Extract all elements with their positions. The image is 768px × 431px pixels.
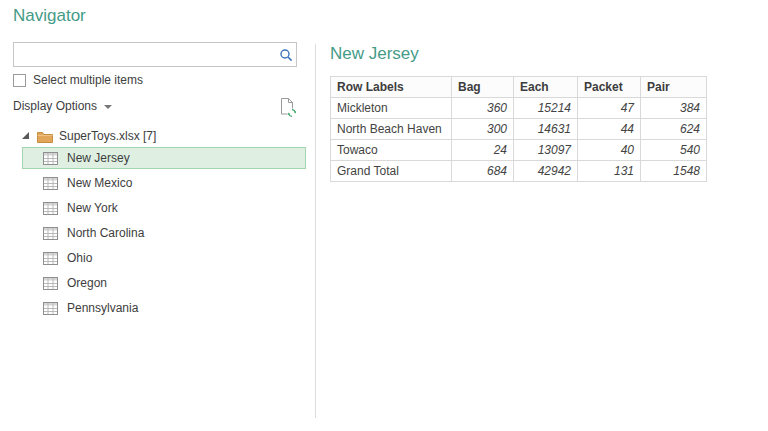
value-cell: 1548 bbox=[641, 161, 707, 182]
tree-item-label: North Carolina bbox=[67, 226, 144, 240]
worksheet-grid-icon bbox=[43, 202, 58, 215]
tree-item-label: New Mexico bbox=[67, 176, 132, 190]
preview-table-head-row: Row LabelsBagEachPacketPair bbox=[331, 77, 707, 98]
expand-triangle-icon[interactable] bbox=[22, 132, 30, 140]
tree-item-label: Pennsylvania bbox=[67, 301, 138, 315]
value-cell: 47 bbox=[578, 98, 641, 119]
value-cell: 42942 bbox=[514, 161, 578, 182]
tree-item-label: Oregon bbox=[67, 276, 107, 290]
value-cell: 24 bbox=[452, 140, 514, 161]
tree-item-label: Ohio bbox=[67, 251, 92, 265]
value-cell: 300 bbox=[452, 119, 514, 140]
select-multiple-checkbox[interactable] bbox=[13, 74, 26, 87]
value-cell: 44 bbox=[578, 119, 641, 140]
row-label-cell: Towaco bbox=[331, 140, 452, 161]
column-header: Pair bbox=[641, 77, 707, 98]
value-cell: 14631 bbox=[514, 119, 578, 140]
tree-item-oregon[interactable]: Oregon bbox=[22, 272, 306, 294]
tree-item-pennsylvania[interactable]: Pennsylvania bbox=[22, 297, 306, 319]
table-row: Grand Total684429421311548 bbox=[331, 161, 707, 182]
row-label-cell: North Beach Haven bbox=[331, 119, 452, 140]
column-header: Bag bbox=[452, 77, 514, 98]
search-input[interactable] bbox=[14, 43, 276, 66]
worksheet-grid-icon bbox=[43, 252, 58, 265]
select-multiple-row[interactable]: Select multiple items bbox=[13, 73, 143, 87]
preview-title: New Jersey bbox=[330, 44, 419, 64]
chevron-down-icon bbox=[104, 105, 112, 109]
tree-item-ohio[interactable]: Ohio bbox=[22, 247, 306, 269]
tree-item-new-york[interactable]: New York bbox=[22, 197, 306, 219]
display-options-dropdown[interactable]: Display Options bbox=[13, 99, 112, 113]
table-row: Towaco241309740540 bbox=[331, 140, 707, 161]
page-title: Navigator bbox=[13, 6, 86, 26]
panel-divider bbox=[315, 44, 316, 418]
preview-table-body: Mickleton3601521447384North Beach Haven3… bbox=[331, 98, 707, 182]
tree-root-workbook[interactable]: SuperToys.xlsx [7] bbox=[22, 126, 156, 146]
value-cell: 684 bbox=[452, 161, 514, 182]
workbook-label: SuperToys.xlsx [7] bbox=[59, 129, 156, 143]
worksheet-grid-icon bbox=[43, 152, 58, 165]
value-cell: 13097 bbox=[514, 140, 578, 161]
tree-item-north-carolina[interactable]: North Carolina bbox=[22, 222, 306, 244]
value-cell: 40 bbox=[578, 140, 641, 161]
value-cell: 624 bbox=[641, 119, 707, 140]
worksheet-grid-icon bbox=[43, 227, 58, 240]
worksheet-grid-icon bbox=[43, 277, 58, 290]
search-box[interactable] bbox=[13, 42, 297, 67]
column-header: Each bbox=[514, 77, 578, 98]
refresh-preview-button[interactable] bbox=[278, 95, 298, 119]
tree-item-label: New Jersey bbox=[67, 151, 130, 165]
row-label-cell: Grand Total bbox=[331, 161, 452, 182]
tree-item-new-jersey[interactable]: New Jersey bbox=[22, 147, 306, 169]
column-header: Packet bbox=[578, 77, 641, 98]
folder-icon bbox=[37, 130, 53, 143]
search-icon[interactable] bbox=[276, 43, 296, 66]
sheet-list: New Jersey New Mexico New York bbox=[22, 147, 306, 322]
tree-item-new-mexico[interactable]: New Mexico bbox=[22, 172, 306, 194]
value-cell: 15214 bbox=[514, 98, 578, 119]
tree-item-label: New York bbox=[67, 201, 118, 215]
worksheet-grid-icon bbox=[43, 302, 58, 315]
row-label-cell: Mickleton bbox=[331, 98, 452, 119]
table-row: Mickleton3601521447384 bbox=[331, 98, 707, 119]
value-cell: 131 bbox=[578, 161, 641, 182]
value-cell: 360 bbox=[452, 98, 514, 119]
display-options-label[interactable]: Display Options bbox=[13, 99, 97, 113]
value-cell: 384 bbox=[641, 98, 707, 119]
value-cell: 540 bbox=[641, 140, 707, 161]
column-header: Row Labels bbox=[331, 77, 452, 98]
select-multiple-label[interactable]: Select multiple items bbox=[33, 73, 143, 87]
refresh-preview-icon bbox=[280, 97, 297, 118]
table-row: North Beach Haven3001463144624 bbox=[331, 119, 707, 140]
worksheet-grid-icon bbox=[43, 177, 58, 190]
preview-table: Row LabelsBagEachPacketPair Mickleton360… bbox=[330, 76, 707, 182]
